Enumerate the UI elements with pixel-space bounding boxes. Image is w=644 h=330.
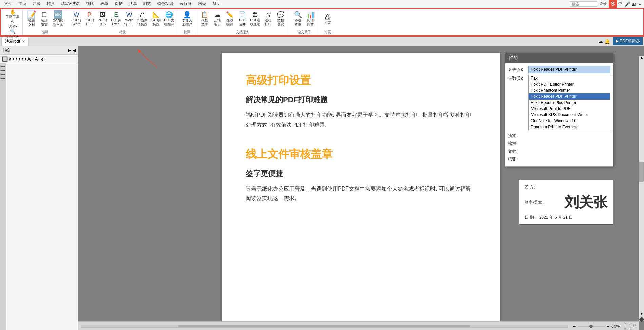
menu-item-convert[interactable]: 转换 [44,0,58,7]
edit-doc-icon: 📝 [27,11,36,18]
printer-ms-xps[interactable]: Microsoft XPS Document Writer [529,112,610,118]
stamp-sign-row: 签字/盖章： 刘关张 [525,193,607,212]
pdf-word-icon: W [74,12,79,18]
stamp-dialog: 乙 方: 签字/盖章： 刘关张 日 期： 2021 年 6 月 21 日 [519,180,613,225]
menu-item-file[interactable]: 文件 [1,0,15,7]
sidebar-tool-1[interactable]: ▐ [1,65,5,67]
pdf-to-word-button[interactable]: W PDF转Word [70,9,83,28]
grid-icon[interactable]: ⊞ [632,1,636,7]
bookmark-icon2[interactable]: 🏷 [15,56,20,62]
cloud-icon[interactable]: ☁ [598,39,603,44]
zoom-in-icon[interactable]: + [607,324,609,329]
sidebar-collapse-btn[interactable]: ◀ [73,48,76,53]
menu-item-sign[interactable]: 填写&签名 [58,0,83,7]
horizontal-scroll[interactable] [81,325,568,328]
zoom-slider-thumb[interactable] [589,325,593,328]
menu-item-share[interactable]: 共享 [126,0,140,7]
printer-foxit-reader[interactable]: Foxit Reader PDF Printer [529,93,610,100]
sidebar-expand-btn[interactable]: ▶ [68,48,71,53]
sidebar-title: 书签 [2,47,10,53]
scan-convert-button[interactable]: 🖨 扫描件转换器 [136,9,149,28]
menu-item-help[interactable]: 帮助 [209,0,223,7]
menu-item-browse[interactable]: 浏览 [140,0,154,7]
scroll-up-btn[interactable]: ▲ [639,56,644,59]
pdf-view-area[interactable]: 高级打印设置 解决常见的PDF打印难题 福昕PDF阅读器拥有强大的打印功能, 界… [78,46,644,330]
stamp-sign-label: 签字/盖章： [525,200,546,205]
template-lib-button[interactable]: 📋 模板文库 [199,9,211,28]
print-copies-label: 份数(C): [508,75,528,81]
text-larger-icon[interactable]: A+ [27,56,34,62]
printer-fax[interactable]: Fax [529,75,610,81]
pdf-compress-button[interactable]: 🗜 PDF在线压缩 [249,9,262,28]
vertical-scrollbar[interactable]: ▲ ▼ ⬛ [639,56,644,321]
bookmark-icon1[interactable]: 🏷 [9,56,14,62]
pro-translate-icon: 👤 [183,11,192,18]
zoom-slider[interactable] [578,326,605,327]
tab-close-button[interactable]: ✕ [22,39,25,44]
zoom-button[interactable]: 🔍 入缩放▾ [5,29,20,39]
scan-icon: 🖨 [139,12,145,18]
menu-item-view[interactable]: 视图 [83,0,97,7]
print-name-field[interactable]: Foxit Reader PDF Printer [528,66,610,73]
pdf-editor-panel-label[interactable]: ▶ PDF编辑器 [613,37,643,45]
cloud-backup-button[interactable]: ☁ 云端备份 [211,9,223,28]
printer-foxit-editor[interactable]: Foxit PDF Editor Printer [529,81,610,87]
menu-item-home[interactable]: 主页 [16,0,29,7]
printer-phantom-evernote[interactable]: Phantom Print to Evernote [529,124,610,130]
menu-item-form[interactable]: 表单 [98,0,111,7]
word-to-pdf-button[interactable]: W Word转PDF [123,9,136,28]
remote-print-button[interactable]: 🖨 远程打印 [262,9,274,28]
bookmark-icon3[interactable]: 🏷 [21,56,26,62]
zoom-out-icon[interactable]: − [573,324,576,329]
login-button[interactable]: 登录 [599,1,607,6]
print-button[interactable]: 🖨 打宽 [322,9,334,28]
printer-foxit-plus[interactable]: Foxit Reader Plus Printer [529,100,610,106]
menu-item-protect[interactable]: 保护 [112,0,125,7]
doc-meeting-button[interactable]: 💬 文档会议 [275,9,287,28]
pdf-merge-button[interactable]: 📄 PDF合并 [236,9,248,28]
printer-ms-pdf[interactable]: Microsoft Print to PDF [529,106,610,112]
sidebar-tool-3[interactable]: ▐ [1,73,5,75]
mic-icon[interactable]: 🎤 [625,1,630,7]
edit-page-button[interactable]: 🗒 编辑页面 [38,9,51,28]
sidebar-tool-2[interactable]: ▐ [1,69,5,71]
scroll-down-btn[interactable]: ▼ [639,312,644,316]
free-check-button[interactable]: 🔍 免费查重 [292,9,304,28]
printer-foxit-phantom[interactable]: Foxit Phantom Printer [529,87,610,93]
read-survey-button[interactable]: 📊 阅读调查 [304,9,317,28]
online-edit-button[interactable]: ✏️ 在线编辑 [224,9,236,28]
print-list[interactable]: Fax Foxit PDF Editor Printer Foxit Phant… [528,75,610,130]
ocr-button[interactable]: 🔤 OCR识别文本 [51,9,65,28]
search-input[interactable] [570,1,597,7]
more-icon[interactable]: ··· [637,1,641,7]
hand-tool-button[interactable]: ✋ 手型工具 [5,9,20,19]
pdf-translate-button[interactable]: 🌐 PDF文档翻译 [163,9,176,28]
pdf-to-jpg-button[interactable]: 🖼 PDF转JPG [96,9,109,28]
horizontal-scroll-thumb[interactable] [178,325,470,327]
bell-icon[interactable]: 🔔 [604,39,610,44]
text-smaller-icon[interactable]: A- [35,56,40,62]
ribbon-group-tools: ✋ 手型工具 ↖ 选择▾ 🔍 入缩放▾ 工具 [3,9,23,35]
menu-item-special[interactable]: 特色功能 [155,0,176,7]
scroll-thumb[interactable] [639,162,644,182]
menu-item-cloud[interactable]: 云服务 [177,0,195,7]
pdf-to-excel-button[interactable]: E PDF转Excel [109,9,122,28]
select-button[interactable]: ↖ 选择▾ [5,19,20,29]
bookmark-add-icon[interactable]: 🔲 [2,56,8,62]
docservices-group-label: 文档服务 [236,30,249,35]
print-doc-row: 文档: [508,148,610,154]
print-paper-label: 纸张: [508,156,528,162]
pdf-ppt-icon: P [87,12,92,18]
fullscreen-icon[interactable]: ⛶ [625,323,631,329]
bookmark-options-icon[interactable]: 🏷 [41,56,46,62]
lang-icon[interactable]: 中· [618,1,623,7]
edit-doc-button[interactable]: 📝 编辑文档 [25,9,38,28]
scroll-corner-btn[interactable]: ⬛ [638,316,644,323]
menu-item-daoke[interactable]: 稻壳 [195,0,209,7]
cad-convert-button[interactable]: 📐 CAD转换器 [149,9,162,28]
pdf-to-ppt-button[interactable]: P PDF转PPT [83,9,96,28]
sidebar-tool-4[interactable]: ▐ [1,76,5,79]
pro-translate-button[interactable]: 👤 专业人工翻译 [181,9,194,28]
menu-item-annotate[interactable]: 注释 [30,0,43,7]
printer-onenote[interactable]: OneNote for Windows 10 [529,118,610,124]
